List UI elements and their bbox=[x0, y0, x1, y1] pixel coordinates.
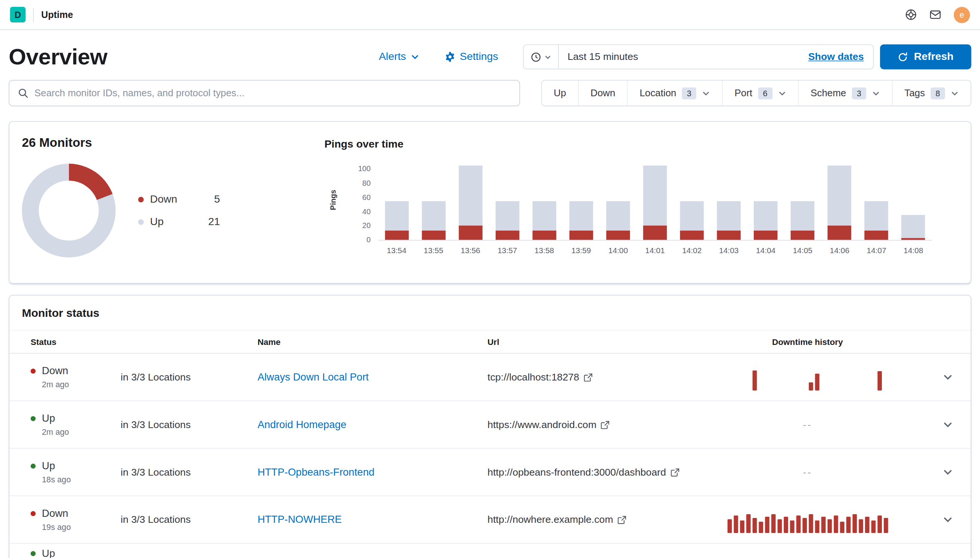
pings-down-segment bbox=[791, 231, 814, 240]
filter-scheme-label: Scheme bbox=[811, 88, 846, 99]
column-header-name: Name bbox=[258, 337, 488, 346]
monitor-locations: in 3/3 Locations bbox=[121, 371, 258, 383]
monitor-name-cell: Always Down Local Port bbox=[258, 371, 488, 383]
status-dot bbox=[31, 463, 36, 468]
x-tick-label: 14:08 bbox=[904, 246, 923, 254]
pings-stacked-bar bbox=[422, 201, 445, 240]
y-tick-label: 0 bbox=[366, 236, 371, 244]
chevron-down-icon bbox=[778, 89, 786, 97]
pings-stacked-bar bbox=[385, 201, 408, 240]
up-legend-label: Up bbox=[150, 216, 194, 228]
external-link-icon bbox=[584, 373, 592, 381]
chevron-down-icon bbox=[702, 89, 710, 97]
pings-stacked-bar bbox=[532, 201, 556, 240]
filter-location-dropdown[interactable]: Location 3 bbox=[627, 80, 722, 106]
downtime-bar bbox=[865, 517, 869, 533]
date-quick-select-button[interactable] bbox=[524, 45, 558, 69]
monitor-url-cell: http://opbeans-frontend:3000/dashboard bbox=[488, 466, 725, 478]
downtime-bar bbox=[746, 514, 750, 533]
x-axis-line bbox=[378, 240, 932, 241]
status-label-row: Down bbox=[31, 365, 121, 377]
monitor-name-link[interactable]: Android Homepage bbox=[258, 419, 346, 430]
pings-bar-slot: 14:06 bbox=[821, 162, 858, 255]
status-label: Down bbox=[42, 507, 68, 519]
pings-up-segment bbox=[532, 201, 556, 231]
newsfeed-button[interactable] bbox=[929, 8, 941, 21]
status-dot bbox=[31, 416, 36, 420]
show-dates-button[interactable]: Show dates bbox=[799, 51, 873, 62]
down-legend-label: Down bbox=[150, 193, 194, 205]
app-title: Uptime bbox=[41, 9, 73, 20]
page-title: Overview bbox=[8, 44, 107, 70]
filter-down-button[interactable]: Down bbox=[578, 80, 627, 106]
column-header-downtime: Downtime history bbox=[725, 337, 890, 346]
status-timestamp: 18s ago bbox=[31, 475, 121, 484]
monitor-locations: in 3/3 Locations bbox=[121, 466, 258, 478]
pings-stacked-bar bbox=[827, 166, 851, 240]
pings-stacked-bar bbox=[606, 201, 630, 240]
downtime-bar bbox=[821, 517, 825, 533]
header-actions-right: e bbox=[905, 7, 970, 23]
x-tick-label: 14:01 bbox=[645, 246, 665, 254]
chevron-down-icon bbox=[410, 53, 419, 61]
alerts-dropdown-button[interactable]: Alerts bbox=[379, 51, 419, 63]
pings-bar-slot: 14:02 bbox=[673, 162, 711, 255]
downtime-bar bbox=[834, 515, 838, 533]
legend-item-up: Up 21 bbox=[138, 216, 220, 228]
pings-stacked-bar bbox=[791, 201, 814, 240]
filter-port-dropdown[interactable]: Port 6 bbox=[722, 80, 798, 106]
pings-stacked-bar bbox=[643, 166, 667, 240]
x-tick-label: 13:54 bbox=[387, 246, 407, 254]
status-label-row: Up bbox=[31, 548, 121, 558]
downtime-bar bbox=[783, 517, 788, 533]
status-label-row: Down bbox=[31, 507, 121, 519]
pings-down-segment bbox=[570, 231, 593, 240]
monitor-url: tcp://localhost:18278 bbox=[488, 371, 579, 383]
filter-tags-label: Tags bbox=[904, 88, 925, 99]
date-range-value[interactable]: Last 15 minutes bbox=[559, 51, 799, 62]
monitor-name-link[interactable]: HTTP-Opbeans-Frontend bbox=[258, 466, 374, 478]
pings-chart-plot: Pings 020406080100 13:5413:5513:5613:571… bbox=[378, 162, 932, 255]
pings-up-segment bbox=[496, 201, 519, 231]
pings-up-segment bbox=[902, 215, 925, 238]
search-input[interactable] bbox=[34, 88, 511, 99]
date-refresh-group: Last 15 minutes Show dates Refresh bbox=[523, 44, 971, 69]
expand-row-button[interactable] bbox=[942, 419, 953, 430]
downtime-bar bbox=[839, 521, 844, 533]
refresh-icon bbox=[898, 52, 908, 62]
expand-row-button[interactable] bbox=[942, 467, 953, 477]
down-legend-dot bbox=[138, 197, 144, 202]
filter-tags-dropdown[interactable]: Tags 8 bbox=[892, 80, 971, 106]
chevron-down-icon bbox=[872, 89, 880, 97]
filter-up-button[interactable]: Up bbox=[542, 80, 578, 106]
deployment-logo[interactable]: D bbox=[10, 7, 26, 23]
monitor-name-link[interactable]: Always Down Local Port bbox=[258, 371, 369, 382]
clock-icon bbox=[530, 52, 541, 62]
status-timestamp: 2m ago bbox=[31, 427, 121, 437]
refresh-label: Refresh bbox=[914, 51, 954, 63]
monitor-name-link[interactable]: HTTP-NOWHERE bbox=[258, 514, 341, 525]
expand-row-button[interactable] bbox=[942, 372, 953, 382]
downtime-bar bbox=[752, 370, 757, 390]
pings-down-segment bbox=[606, 231, 630, 240]
pings-bar-slot: 14:03 bbox=[710, 162, 747, 255]
expand-cell bbox=[890, 467, 958, 477]
downtime-bar bbox=[815, 373, 819, 390]
pings-bar-slot: 14:04 bbox=[747, 162, 785, 255]
downtime-history-cell: -- bbox=[725, 419, 890, 430]
pings-up-segment bbox=[385, 201, 408, 231]
expand-row-button[interactable] bbox=[942, 514, 953, 525]
user-avatar[interactable]: e bbox=[954, 7, 970, 23]
downtime-bar bbox=[883, 517, 888, 533]
status-label: Up bbox=[42, 548, 55, 558]
up-legend-dot bbox=[138, 219, 144, 225]
y-tick-label: 60 bbox=[362, 193, 371, 202]
pings-bar-slot: 14:08 bbox=[895, 162, 932, 255]
status-timestamp: 19s ago bbox=[31, 522, 121, 532]
filter-scheme-dropdown[interactable]: Scheme 3 bbox=[798, 80, 891, 106]
refresh-button[interactable]: Refresh bbox=[880, 44, 972, 69]
help-button[interactable] bbox=[905, 8, 917, 21]
pings-bar-slot: 14:01 bbox=[637, 162, 673, 255]
chevron-down-icon bbox=[942, 372, 953, 382]
settings-button[interactable]: Settings bbox=[444, 51, 498, 63]
